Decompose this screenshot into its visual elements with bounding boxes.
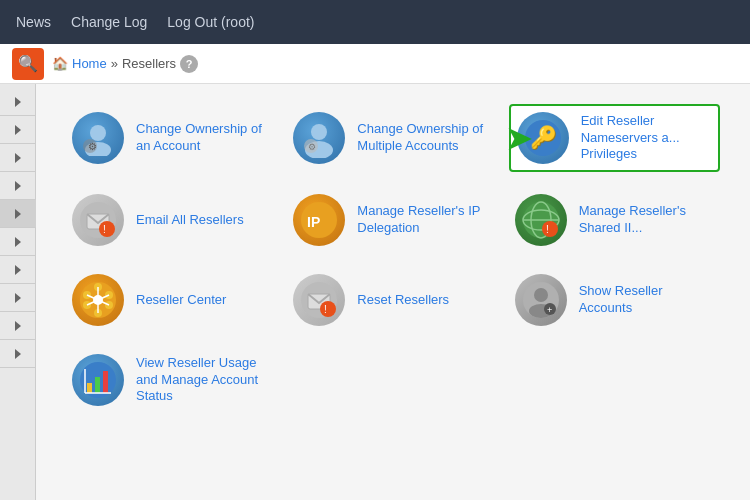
sidebar-item-6[interactable]	[0, 228, 36, 256]
green-arrow: ➤	[506, 121, 531, 156]
change-ownership-multiple-label: Change Ownership of Multiple Accounts	[357, 121, 492, 155]
reseller-center-label: Reseller Center	[136, 292, 226, 309]
grid-item-manage-ip-delegation[interactable]: IP Manage Reseller's IP Delegation	[287, 188, 498, 252]
content-area: ⚙ Change Ownership of an Account ⚙	[36, 84, 750, 500]
show-accounts-label: Show Reseller Accounts	[579, 283, 714, 317]
edit-reseller-label: Edit Reseller Nameservers a... Privilege…	[581, 113, 712, 164]
sidebar-item-4[interactable]	[0, 172, 36, 200]
breadcrumb: 🏠 Home » Resellers ?	[52, 55, 198, 73]
sidebar-item-1[interactable]	[0, 88, 36, 116]
nav-changelog[interactable]: Change Log	[71, 14, 147, 30]
search-icon: 🔍	[18, 54, 38, 73]
breadcrumb-sep: »	[111, 56, 118, 71]
grid-item-reseller-center[interactable]: Reseller Center	[66, 268, 232, 332]
svg-point-41	[534, 288, 548, 302]
top-nav: News Change Log Log Out (root)	[0, 0, 750, 44]
svg-rect-46	[87, 383, 92, 393]
sidebar-item-7[interactable]	[0, 256, 36, 284]
main-layout: ⚙ Change Ownership of an Account ⚙	[0, 84, 750, 500]
item-wrapper-show-accounts: + Show Reseller Accounts	[509, 268, 720, 332]
change-ownership-multiple-icon: ⚙	[293, 112, 345, 164]
item-wrapper-change-ownership: ⚙ Change Ownership of an Account	[66, 104, 277, 172]
svg-point-38	[320, 301, 336, 317]
breadcrumb-current: Resellers	[122, 56, 176, 71]
svg-rect-47	[95, 377, 100, 393]
grid-item-change-ownership-multiple[interactable]: ⚙ Change Ownership of Multiple Accounts	[287, 106, 498, 170]
view-usage-label: View Reseller Usage and Manage Account S…	[136, 355, 271, 406]
reseller-center-icon	[72, 274, 124, 326]
show-accounts-icon: +	[515, 274, 567, 326]
nav-news[interactable]: News	[16, 14, 51, 30]
reset-resellers-label: Reset Resellers	[357, 292, 449, 309]
change-ownership-icon: ⚙	[72, 112, 124, 164]
grid-item-email-all-resellers[interactable]: ! Email All Resellers	[66, 188, 250, 252]
svg-point-20	[542, 221, 558, 237]
manage-shared-icon: !	[515, 194, 567, 246]
svg-point-0	[90, 125, 106, 141]
grid-item-show-reseller-accounts[interactable]: + Show Reseller Accounts	[509, 268, 720, 332]
svg-text:!: !	[546, 224, 549, 235]
svg-text:🔑: 🔑	[530, 124, 558, 151]
manage-ip-icon: IP	[293, 194, 345, 246]
svg-text:!: !	[103, 224, 106, 235]
svg-text:!: !	[324, 304, 327, 315]
grid-item-edit-reseller-nameservers[interactable]: 🔑 Edit Reseller Nameservers a... Privile…	[509, 104, 720, 172]
sidebar-item-5[interactable]	[0, 200, 36, 228]
item-wrapper-reseller-center: Reseller Center	[66, 268, 277, 332]
help-icon[interactable]: ?	[180, 55, 198, 73]
svg-text:+: +	[547, 305, 552, 315]
grid-item-reset-resellers[interactable]: ! Reset Resellers	[287, 268, 455, 332]
manage-shared-label: Manage Reseller's Shared II...	[579, 203, 714, 237]
grid-item-view-reseller-usage[interactable]: View Reseller Usage and Manage Account S…	[66, 348, 277, 412]
sidebar-item-10[interactable]	[0, 340, 36, 368]
manage-ip-label: Manage Reseller's IP Delegation	[357, 203, 492, 237]
reset-resellers-icon: !	[293, 274, 345, 326]
breadcrumb-icon: 🏠	[52, 56, 68, 71]
item-wrapper-manage-shared: ! Manage Reseller's Shared II...	[509, 188, 720, 252]
svg-text:⚙: ⚙	[88, 141, 97, 152]
view-usage-icon	[72, 354, 124, 406]
search-button[interactable]: 🔍	[12, 48, 44, 80]
svg-text:IP: IP	[307, 214, 320, 230]
email-all-label: Email All Resellers	[136, 212, 244, 229]
sidebar-item-8[interactable]	[0, 284, 36, 312]
svg-rect-48	[103, 371, 108, 393]
sidebar-item-3[interactable]	[0, 144, 36, 172]
nav-logout[interactable]: Log Out (root)	[167, 14, 254, 30]
item-wrapper-manage-ip: IP Manage Reseller's IP Delegation	[287, 188, 498, 252]
item-wrapper-reset-resellers: ! Reset Resellers	[287, 268, 498, 332]
svg-point-12	[99, 221, 115, 237]
second-bar: 🔍 🏠 Home » Resellers ?	[0, 44, 750, 84]
svg-point-4	[311, 124, 327, 140]
grid-item-change-ownership-account[interactable]: ⚙ Change Ownership of an Account	[66, 106, 277, 170]
item-wrapper-email-all: ! Email All Resellers	[66, 188, 277, 252]
item-wrapper-view-usage: View Reseller Usage and Manage Account S…	[66, 348, 277, 412]
sidebar-item-9[interactable]	[0, 312, 36, 340]
sidebar	[0, 84, 36, 500]
items-grid: ⚙ Change Ownership of an Account ⚙	[66, 104, 720, 412]
grid-item-manage-shared[interactable]: ! Manage Reseller's Shared II...	[509, 188, 720, 252]
sidebar-item-2[interactable]	[0, 116, 36, 144]
item-wrapper-change-ownership-multiple: ⚙ Change Ownership of Multiple Accounts …	[287, 104, 498, 172]
breadcrumb-home[interactable]: Home	[72, 56, 107, 71]
item-wrapper-edit-reseller: 🔑 Edit Reseller Nameservers a... Privile…	[509, 104, 720, 172]
email-all-icon: !	[72, 194, 124, 246]
change-ownership-label: Change Ownership of an Account	[136, 121, 271, 155]
svg-text:⚙: ⚙	[308, 142, 316, 152]
